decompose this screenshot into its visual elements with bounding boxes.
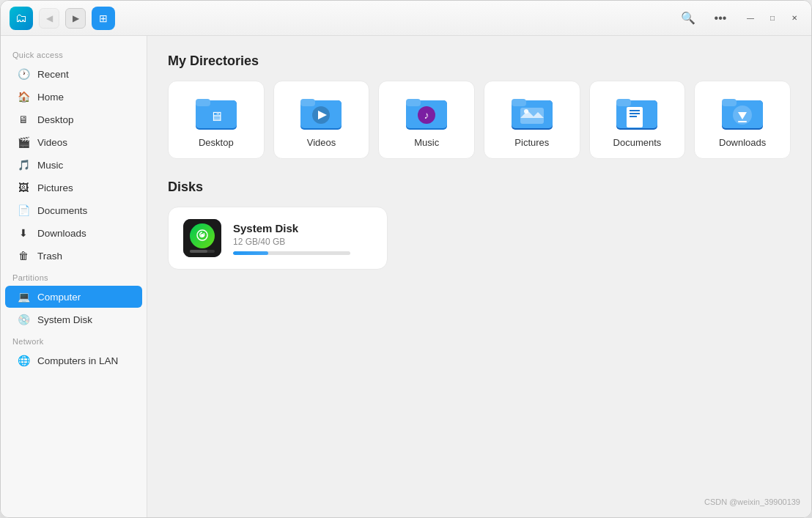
svg-rect-32	[738, 121, 747, 122]
sidebar: Quick access 🕐 Recent 🏠 Home 🖥 Desktop 🎬…	[1, 36, 147, 517]
svg-rect-29	[722, 99, 737, 106]
disk-name: System Disk	[233, 222, 372, 234]
sidebar-item-computer[interactable]: 💻 Computer	[5, 286, 142, 308]
home-icon: 🏠	[17, 91, 30, 103]
svg-rect-11	[406, 99, 421, 106]
close-button[interactable]: ✕	[786, 10, 802, 26]
sidebar-item-recent[interactable]: 🕐 Recent	[5, 63, 142, 85]
sidebar-item-computers-lan-label: Computers in LAN	[37, 355, 118, 366]
sidebar-item-videos-label: Videos	[37, 137, 67, 148]
downloads-folder-icon	[722, 95, 763, 130]
dir-card-music-label: Music	[414, 137, 439, 148]
sidebar-item-documents-label: Documents	[37, 205, 87, 216]
sidebar-item-desktop[interactable]: 🖥 Desktop	[5, 108, 142, 130]
more-button[interactable]: •••	[710, 8, 731, 29]
computers-lan-icon: 🌐	[17, 355, 30, 366]
directories-grid: 🖥 Desktop Videos	[168, 81, 791, 159]
recent-icon: 🕐	[17, 68, 30, 80]
svg-point-33	[201, 234, 204, 237]
disk-info: System Disk 12 GB/40 GB	[233, 222, 372, 255]
sidebar-item-trash[interactable]: 🗑 Trash	[5, 245, 142, 267]
sidebar-item-music[interactable]: 🎵 Music	[5, 154, 142, 176]
dir-card-documents-label: Documents	[613, 137, 662, 148]
sidebar-item-downloads[interactable]: ⬇ Downloads	[5, 222, 142, 244]
main-layout: Quick access 🕐 Recent 🏠 Home 🖥 Desktop 🎬…	[1, 36, 811, 517]
partitions-label: Partitions	[1, 267, 147, 285]
dir-card-videos-label: Videos	[307, 137, 336, 148]
sidebar-item-computers-lan[interactable]: 🌐 Computers in LAN	[5, 349, 142, 371]
sidebar-item-home[interactable]: 🏠 Home	[5, 86, 142, 108]
pictures-folder-icon	[512, 95, 553, 130]
svg-rect-16	[512, 99, 526, 106]
sidebar-item-home-label: Home	[37, 92, 64, 103]
disk-icon-wrapper	[183, 219, 221, 257]
disks-title: Disks	[168, 180, 791, 195]
disk-bottom-bar	[190, 250, 215, 253]
dir-card-downloads[interactable]: Downloads	[694, 81, 791, 159]
view-toggle-button[interactable]: ⊞	[92, 7, 115, 30]
trash-icon: 🗑	[17, 250, 30, 262]
svg-rect-22	[616, 99, 631, 106]
main-window: 🗂 ◀ ▶ ⊞ 🔍 ••• — □ ✕ Quick access 🕐 Recen…	[0, 0, 812, 518]
app-icon: 🗂	[10, 7, 33, 30]
sidebar-item-downloads-label: Downloads	[37, 228, 86, 239]
dir-card-documents[interactable]: Documents	[589, 81, 686, 159]
sidebar-item-pictures-label: Pictures	[37, 182, 73, 193]
sidebar-item-trash-label: Trash	[37, 251, 62, 262]
svg-rect-6	[300, 99, 315, 106]
sidebar-item-music-label: Music	[37, 160, 63, 171]
disk-size: 12 GB/40 GB	[233, 237, 372, 247]
sidebar-item-pictures[interactable]: 🖼 Pictures	[5, 177, 142, 199]
videos-folder-icon	[300, 95, 342, 130]
minimize-button[interactable]: —	[742, 10, 759, 26]
dir-card-music[interactable]: ♪ Music	[378, 81, 475, 159]
disk-progress-track	[233, 251, 350, 255]
titlebar: 🗂 ◀ ▶ ⊞ 🔍 ••• — □ ✕	[1, 1, 811, 36]
music-icon: 🎵	[17, 159, 30, 171]
svg-point-19	[524, 109, 528, 114]
sidebar-item-system-disk-label: System Disk	[37, 314, 92, 325]
quickaccess-label: Quick access	[1, 45, 147, 62]
disk-card-system[interactable]: System Disk 12 GB/40 GB	[168, 207, 388, 270]
disk-progress-fill	[233, 251, 268, 255]
sidebar-item-documents[interactable]: 📄 Documents	[5, 199, 142, 221]
sidebar-item-desktop-label: Desktop	[37, 114, 74, 125]
svg-text:🖥: 🖥	[210, 109, 223, 124]
downloads-icon: ⬇	[17, 227, 30, 239]
network-label: Network	[1, 331, 147, 349]
dir-card-pictures[interactable]: Pictures	[484, 81, 580, 159]
sidebar-item-recent-label: Recent	[37, 69, 69, 80]
documents-icon: 📄	[17, 204, 30, 216]
desktop-icon: 🖥	[17, 114, 30, 125]
svg-rect-2	[196, 99, 210, 106]
titlebar-left: 🗂 ◀ ▶ ⊞	[10, 7, 115, 30]
computer-icon: 💻	[17, 291, 30, 303]
back-button[interactable]: ◀	[39, 8, 59, 29]
maximize-button[interactable]: □	[764, 10, 780, 26]
dir-card-videos[interactable]: Videos	[273, 81, 370, 159]
desktop-folder-icon: 🖥	[196, 95, 237, 130]
dir-card-pictures-label: Pictures	[514, 137, 549, 148]
documents-folder-icon	[616, 95, 657, 130]
disk-logo-icon	[195, 229, 210, 243]
disk-logo	[190, 223, 215, 248]
dir-card-downloads-label: Downloads	[719, 137, 766, 148]
system-disk-icon: 💿	[17, 314, 30, 325]
sidebar-item-computer-label: Computer	[37, 292, 81, 303]
forward-button[interactable]: ▶	[65, 8, 86, 29]
my-directories-title: My Directories	[168, 53, 791, 69]
titlebar-actions: 🔍 •••	[678, 8, 731, 29]
sidebar-item-videos[interactable]: 🎬 Videos	[5, 131, 142, 153]
videos-icon: 🎬	[17, 136, 30, 148]
music-folder-icon: ♪	[406, 95, 447, 130]
window-controls: — □ ✕	[742, 10, 802, 26]
watermark: CSDN @weixin_39900139	[704, 497, 800, 506]
sidebar-item-system-disk[interactable]: 💿 System Disk	[5, 308, 142, 330]
search-button[interactable]: 🔍	[678, 8, 698, 29]
dir-card-desktop[interactable]: 🖥 Desktop	[168, 81, 265, 159]
dir-card-desktop-label: Desktop	[199, 137, 234, 148]
svg-text:♪: ♪	[424, 109, 429, 121]
content-area: My Directories 🖥 Desktop	[147, 36, 811, 517]
pictures-icon: 🖼	[17, 182, 30, 193]
